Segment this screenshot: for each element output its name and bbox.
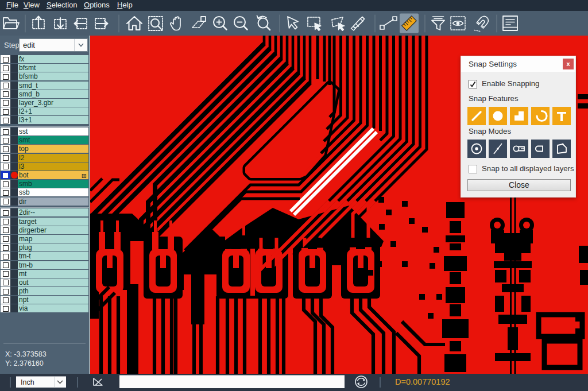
svg-text:D=0.00770192: D=0.00770192 bbox=[395, 377, 450, 386]
svg-text:Inch: Inch bbox=[21, 378, 34, 386]
